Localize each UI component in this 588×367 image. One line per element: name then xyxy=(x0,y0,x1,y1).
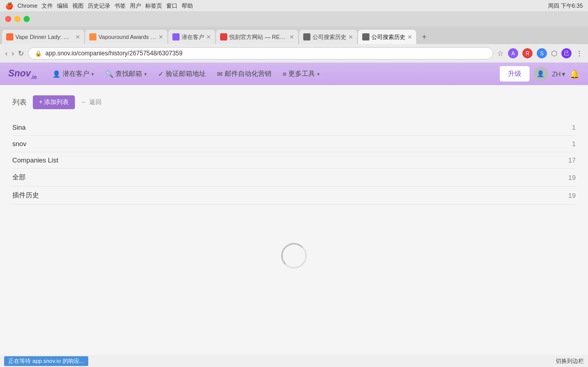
list-item[interactable]: Companies List 17 xyxy=(12,152,576,169)
user-avatar[interactable]: 👤 xyxy=(534,67,548,81)
os-menu-view[interactable]: 视图 xyxy=(72,2,84,10)
os-menu-tabs[interactable]: 标签页 xyxy=(145,2,162,10)
tab-favicon-2 xyxy=(89,33,96,40)
tab-1[interactable]: Vape Dinner Lady: 简介 |... ✕ xyxy=(2,30,84,44)
list-item[interactable]: snov 1 xyxy=(12,136,576,152)
tab-close-1[interactable]: ✕ xyxy=(75,34,80,40)
tab-label-6: 公司搜索历史 xyxy=(371,33,405,41)
tab-4[interactable]: 悦刻官方网站 — RELX Te... ✕ xyxy=(216,30,298,44)
ssl-lock-icon: 🔒 xyxy=(35,50,42,57)
nav-find-email-label: 查找邮箱 xyxy=(115,69,142,78)
bookmark-icon[interactable]: ☆ xyxy=(497,49,504,57)
logo-sub: .io xyxy=(31,74,37,79)
tab-close-4[interactable]: ✕ xyxy=(289,34,294,40)
app-logo[interactable]: Snov.io xyxy=(8,68,37,80)
list-item-name: 全部 xyxy=(12,173,26,182)
profile-avatar-1[interactable]: A xyxy=(508,48,518,58)
back-nav-icon[interactable]: ‹ xyxy=(5,49,8,57)
os-menu-bookmarks[interactable]: 书签 xyxy=(114,2,126,10)
tab-label-5: 公司搜索历史 xyxy=(312,33,346,41)
browser-menu-icon[interactable]: ⋮ xyxy=(576,49,583,57)
os-menu-window[interactable]: 窗口 xyxy=(166,2,178,10)
tab-2[interactable]: Vapouround Awards - VO... ✕ xyxy=(85,30,167,44)
os-menu-help[interactable]: 帮助 xyxy=(182,2,193,10)
tab-favicon-1 xyxy=(6,33,13,40)
nav-find-email[interactable]: 🔍 查找邮箱 ▾ xyxy=(100,66,152,81)
apple-menu[interactable]: 🍎 xyxy=(5,2,13,10)
nav-prospects[interactable]: 👤 潜在客户 ▾ xyxy=(47,66,99,81)
list-item[interactable]: 全部 19 xyxy=(12,169,576,187)
os-menu-edit[interactable]: 编辑 xyxy=(57,2,68,10)
logo-text: Snov xyxy=(8,68,31,78)
nav-email-label: 邮件自动化营销 xyxy=(225,69,271,78)
os-menu-file[interactable]: 文件 xyxy=(42,2,53,10)
loading-spinner xyxy=(281,243,307,269)
tab-favicon-3 xyxy=(172,33,180,40)
toggle-sidebar-btn[interactable]: 切换到边栏 xyxy=(556,357,584,365)
os-app-name[interactable]: Chrome xyxy=(17,3,37,9)
nav-tools-label: 更多工具 xyxy=(288,69,315,78)
list-item-count: 17 xyxy=(569,156,576,164)
list-item-name: snov xyxy=(12,140,26,148)
list-item[interactable]: Sina 1 xyxy=(12,119,576,136)
lang-chevron-icon: ▾ xyxy=(562,70,565,78)
tab-close-3[interactable]: ✕ xyxy=(206,34,211,40)
list-item-count: 1 xyxy=(572,140,576,148)
list-item-name: Companies List xyxy=(12,156,58,164)
notification-bell-icon[interactable]: 🔔 xyxy=(570,69,580,79)
tab-favicon-6 xyxy=(362,33,369,40)
nav-verify-label: 验证邮箱地址 xyxy=(166,69,206,78)
list-item-count: 19 xyxy=(569,192,576,199)
forward-nav-icon[interactable]: › xyxy=(12,49,14,57)
nav-more-tools[interactable]: ≡ 更多工具 ▾ xyxy=(278,66,325,81)
tab-label-3: 潜在客户 xyxy=(182,33,204,41)
find-email-chevron-icon: ▾ xyxy=(144,71,147,77)
tab-6[interactable]: 公司搜索历史 ✕ xyxy=(358,30,416,44)
list-items: Sina 1 snov 1 Companies List 17 全部 19 插件… xyxy=(12,119,576,205)
tab-3[interactable]: 潜在客户 ✕ xyxy=(168,30,215,44)
upgrade-button[interactable]: 升级 xyxy=(500,66,530,81)
tab-close-2[interactable]: ✕ xyxy=(159,34,163,40)
os-menu-profiles[interactable]: 用户 xyxy=(130,2,141,10)
add-list-button[interactable]: + 添加列表 xyxy=(33,95,75,109)
main-nav: 👤 潜在客户 ▾ 🔍 查找邮箱 ▾ ✓ 验证邮箱地址 ✉ 邮件自动化营销 ≡ 更… xyxy=(47,66,489,81)
nav-email-automation[interactable]: ✉ 邮件自动化营销 xyxy=(212,66,277,81)
tab-label-1: Vape Dinner Lady: 简介 |... xyxy=(15,33,73,41)
profile-avatar-2[interactable]: R xyxy=(522,48,533,58)
back-button[interactable]: ← 返回 xyxy=(81,98,101,107)
nav-verify-email[interactable]: ✓ 验证邮箱地址 xyxy=(153,66,211,81)
content-top-bar: 列表 + 添加列表 ← 返回 xyxy=(12,95,576,109)
reload-icon[interactable]: ↻ xyxy=(18,49,24,57)
tab-close-6[interactable]: ✕ xyxy=(407,34,412,40)
prospects-icon: 👤 xyxy=(52,70,61,78)
nav-prospects-label: 潜在客户 xyxy=(63,69,89,78)
profile-circle[interactable]: 已 xyxy=(561,48,572,58)
profile-avatar-3[interactable]: S xyxy=(537,48,547,58)
window-minimize-btn[interactable] xyxy=(14,16,21,22)
list-item-count: 19 xyxy=(569,174,576,181)
list-item-count: 1 xyxy=(572,124,576,131)
prospects-chevron-icon: ▾ xyxy=(91,71,94,77)
browser-chrome xyxy=(0,11,588,27)
os-bar: 🍎 Chrome 文件 编辑 视图 历史记录 书签 用户 标签页 窗口 帮助 周… xyxy=(0,0,588,11)
tab-bar: Vape Dinner Lady: 简介 |... ✕ Vapouround A… xyxy=(0,27,588,44)
os-menu-history[interactable]: 历史记录 xyxy=(88,2,110,10)
list-item-name: Sina xyxy=(12,124,26,131)
extensions-icon[interactable]: ⬡ xyxy=(551,49,557,57)
status-loading-text: 正在等待 app.snov.io 的响应... xyxy=(4,356,88,366)
loading-container xyxy=(12,205,576,307)
tab-label-2: Vapouround Awards - VO... xyxy=(99,34,156,40)
tools-icon: ≡ xyxy=(283,70,287,78)
list-item[interactable]: 插件历史 19 xyxy=(12,187,576,205)
window-maximize-btn[interactable] xyxy=(24,16,30,22)
tab-close-5[interactable]: ✕ xyxy=(348,34,353,40)
language-selector[interactable]: ZH ▾ xyxy=(552,70,565,78)
url-input[interactable]: 🔒 app.snov.io/companies/history/26757548… xyxy=(28,47,493,59)
header-actions: 升级 👤 ZH ▾ 🔔 xyxy=(500,66,580,81)
status-bar: 正在等待 app.snov.io 的响应... 切换到边栏 xyxy=(0,355,588,367)
window-close-btn[interactable] xyxy=(5,16,11,22)
new-tab-button[interactable]: + xyxy=(417,30,432,44)
tab-5[interactable]: 公司搜索历史 ✕ xyxy=(299,30,357,44)
list-item-name: 插件历史 xyxy=(12,191,39,200)
email-icon: ✉ xyxy=(217,70,223,78)
